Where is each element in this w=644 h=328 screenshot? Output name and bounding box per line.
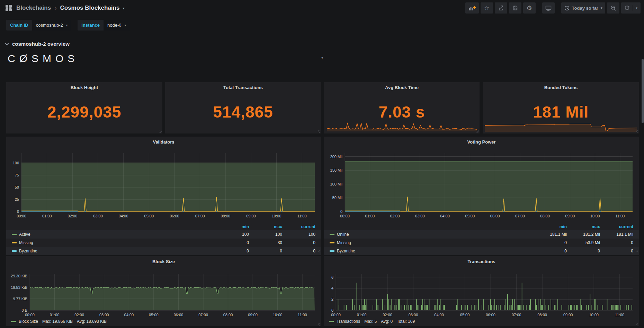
voting-power-chart[interactable]: 050 Mil100 Mil150 Mil200 Mil00:0001:0002… <box>326 146 637 222</box>
block-size-chart[interactable]: 0 B9.77 KiB19.53 KiB29.30 KiB00:0001:000… <box>8 271 319 319</box>
svg-text:02:00: 02:00 <box>68 214 78 218</box>
series-color-dash <box>330 250 334 252</box>
panel-block-height: Block Height 2,299,035 <box>6 82 162 133</box>
legend-series-toggle[interactable]: Transactions <box>337 319 360 324</box>
svg-text:07:00: 07:00 <box>515 214 525 218</box>
legend-value: 100 <box>216 232 249 237</box>
svg-text:04:00: 04:00 <box>440 214 450 218</box>
svg-text:08:00: 08:00 <box>221 214 230 218</box>
svg-text:00:00: 00:00 <box>331 313 341 317</box>
tv-mode-button[interactable] <box>542 2 555 14</box>
legend-value: 0 <box>249 249 282 253</box>
svg-text:09:00: 09:00 <box>246 214 256 218</box>
filter-label-chain-id: Chain ID <box>6 20 32 31</box>
legend-col-header: min <box>534 224 567 229</box>
legend-value: 181.1 Mil <box>534 232 567 237</box>
settings-button[interactable]: ⚙ <box>523 2 536 14</box>
monitor-icon <box>545 5 552 11</box>
dashboards-grid-icon[interactable] <box>6 5 12 11</box>
breadcrumb-root[interactable]: Blockchains <box>16 5 51 11</box>
row-header[interactable]: cosmoshub-2 overview <box>5 41 70 47</box>
zoom-out-button[interactable] <box>607 2 619 14</box>
legend-col-header: max <box>567 224 600 229</box>
breadcrumb: Blockchains › Cosmos Blockchains ▾ <box>6 4 124 12</box>
legend-col-header: current <box>282 224 315 229</box>
svg-text:6: 6 <box>331 275 333 279</box>
svg-text:150 Mil: 150 Mil <box>330 168 342 172</box>
legend-col-header: min <box>216 224 249 229</box>
svg-text:100 Mil: 100 Mil <box>330 182 342 186</box>
total-transactions-value: 514,865 <box>165 82 321 133</box>
legend-value: 100 <box>249 232 282 237</box>
svg-text:07:00: 07:00 <box>198 313 208 317</box>
svg-text:11:00: 11:00 <box>297 214 307 218</box>
save-button[interactable] <box>509 2 521 14</box>
panel-title[interactable]: Transactions <box>324 259 639 264</box>
series-color-dash <box>329 321 334 322</box>
panel-title[interactable]: Voting Power <box>324 139 639 145</box>
dashboard-caret-down-icon[interactable]: ▾ <box>123 6 124 10</box>
panel-validators: Validators 025507510000:0001:0002:0003:0… <box>6 137 321 253</box>
svg-text:02:00: 02:00 <box>383 313 392 317</box>
series-color-dash <box>330 242 334 243</box>
legend-stat: Avg: 0 <box>381 319 393 324</box>
svg-text:05:00: 05:00 <box>149 313 159 317</box>
svg-text:11:00: 11:00 <box>615 313 624 317</box>
panel-avg-block-time: Avg Block Time 7.03 s <box>324 82 480 133</box>
panel-menu-caret-icon[interactable]: ▾ <box>321 55 323 60</box>
instance-selected: node-0 <box>107 23 121 28</box>
filter-value-instance[interactable]: node-0 ▾ <box>104 20 130 31</box>
svg-text:0 B: 0 B <box>21 308 27 312</box>
svg-text:01:00: 01:00 <box>365 214 375 218</box>
chevron-down-icon <box>5 43 9 45</box>
svg-text:03:00: 03:00 <box>409 313 418 317</box>
breadcrumb-current[interactable]: Cosmos Blockchains <box>60 5 119 11</box>
zoom-out-icon <box>610 5 616 11</box>
legend-series-toggle[interactable]: Online <box>330 232 534 237</box>
validators-chart[interactable]: 025507510000:0001:0002:0003:0004:0005:00… <box>8 146 319 222</box>
svg-text:19.53 KiB: 19.53 KiB <box>11 285 27 290</box>
time-range-label: Today so far <box>572 6 598 11</box>
caret-down-icon: ▾ <box>66 24 68 27</box>
legend-row-missing: Missing053.9 Mil0 <box>324 239 639 247</box>
scrollbar-thumb[interactable] <box>642 59 644 123</box>
legend-series-toggle[interactable]: Block Size <box>19 319 38 324</box>
legend-series-toggle[interactable]: Missing <box>330 240 534 245</box>
panel-title[interactable]: Validators <box>6 139 321 145</box>
legend-stat: Max: 5 <box>364 319 377 324</box>
legend-series-toggle[interactable]: Active <box>12 232 216 237</box>
svg-text:75: 75 <box>15 173 19 177</box>
panel-title[interactable]: Block Size <box>6 259 321 264</box>
share-icon <box>498 5 504 11</box>
series-color-dash <box>12 250 17 252</box>
time-picker[interactable]: Today so far ▾ <box>561 2 606 14</box>
refresh-button[interactable]: ▾ <box>621 2 641 14</box>
legend-col-header: max <box>249 224 282 229</box>
svg-text:10:00: 10:00 <box>589 313 599 317</box>
filter-value-chain-id[interactable]: cosmoshub-2 ▾ <box>32 20 72 31</box>
bonded-tokens-sparkline <box>485 119 637 132</box>
share-button[interactable] <box>495 2 507 14</box>
svg-text:04:00: 04:00 <box>434 313 444 317</box>
svg-text:05:00: 05:00 <box>460 313 470 317</box>
add-panel-button[interactable] <box>465 2 479 14</box>
star-button[interactable]: ☆ <box>481 2 493 14</box>
filter-chain-id: Chain ID cosmoshub-2 ▾ <box>6 20 71 31</box>
svg-text:01:00: 01:00 <box>50 313 60 317</box>
svg-text:00:00: 00:00 <box>25 313 35 317</box>
svg-text:06:00: 06:00 <box>170 214 179 218</box>
legend-series-toggle[interactable]: Missing <box>12 240 216 245</box>
refresh-interval-caret-icon[interactable]: ▾ <box>636 6 637 10</box>
svg-text:03:00: 03:00 <box>415 214 425 218</box>
legend-series-toggle[interactable]: Byzantine <box>330 249 534 253</box>
transactions-chart[interactable]: 024600:0001:0002:0003:0004:0005:0006:000… <box>326 271 637 319</box>
svg-text:0: 0 <box>340 209 342 214</box>
legend-value: 181.2 Mil <box>567 232 600 237</box>
legend-series-toggle[interactable]: Byzantine <box>12 249 216 253</box>
legend-header-row: minmaxcurrent <box>324 223 639 230</box>
svg-text:29.30 KiB: 29.30 KiB <box>11 274 27 278</box>
panel-transactions: Transactions 024600:0001:0002:0003:0004:… <box>324 256 639 326</box>
toolbar: ☆ ⚙ Tod <box>464 2 641 14</box>
clock-icon <box>564 6 570 11</box>
transactions-legend: TransactionsMax: 5Avg: 0Total: 169 <box>329 319 415 324</box>
